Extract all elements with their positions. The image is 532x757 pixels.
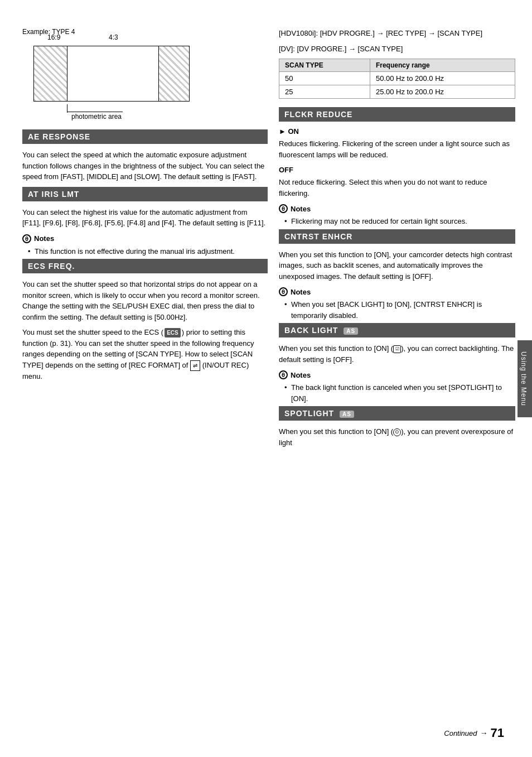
- back-light-note-1: The back light function is canceled when…: [284, 382, 515, 404]
- spotlight-body: When you set this function to [ON] (⊙), …: [279, 426, 515, 448]
- back-light-section: BACK LIGHT AS When you set this function…: [279, 323, 515, 404]
- freq-table-cell-1-0: 25: [279, 85, 370, 99]
- ecs-freq-header: ECS FREQ.: [22, 259, 268, 273]
- back-light-as-badge: AS: [344, 327, 358, 335]
- freq-table-row-1: 25 25.00 Hz to 200.0 Hz: [279, 85, 515, 99]
- diagram: 16:9 4:3 photometric area: [28, 40, 201, 118]
- page-number: 71: [491, 726, 504, 740]
- sidebar-tab: Using the Menu: [518, 340, 532, 417]
- cntrst-enhcr-header: CNTRST ENHCR: [279, 229, 515, 244]
- on-subheader: ► ON: [279, 127, 515, 136]
- ae-response-body: You can select the speed at which the au…: [22, 150, 268, 182]
- right-column: [HDV1080i]: [HDV PROGRE.] → [REC TYPE] →…: [279, 28, 515, 729]
- dv-line: [DV]: [DV PROGRE.] → [SCAN TYPE]: [279, 44, 515, 55]
- spotlight-body-text: When you set this function to [ON] (: [279, 427, 393, 436]
- hdv-dv-section: [HDV1080i]: [HDV PROGRE.] → [REC TYPE] →…: [279, 28, 515, 99]
- back-light-header: BACK LIGHT AS: [279, 323, 515, 337]
- ecs-freq-body2-text: You must set the shutter speed to the EC…: [22, 328, 163, 336]
- freq-table: SCAN TYPE Frequency range 50 50.00 Hz to…: [279, 59, 515, 99]
- left-column: Example: TYPE 4 16:9 4:3 photometric are…: [22, 28, 268, 729]
- label-169: 16:9: [47, 33, 60, 41]
- freq-table-cell-0-1: 50.00 Hz to 200.0 Hz: [370, 72, 515, 85]
- freq-table-header-0: SCAN TYPE: [279, 59, 370, 72]
- note-icon-2: θ: [279, 204, 288, 213]
- note-icon-4: θ: [279, 370, 288, 379]
- hdv-line: [HDV1080i]: [HDV PROGRE.] → [REC TYPE] →…: [279, 28, 515, 39]
- freq-table-row-0: 50 50.00 Hz to 200.0 Hz: [279, 72, 515, 85]
- flckr-notes-list: Flickering may not be reduced for certai…: [284, 216, 515, 227]
- ecs-badge: ECS: [165, 328, 181, 337]
- cntrst-enhcr-body: When you set this function to [ON], your…: [279, 249, 515, 282]
- cntrst-notes-list: When you set [BACK LIGHT] to [ON], [CNTR…: [284, 299, 515, 321]
- at-iris-lmt-body: You can select the highest iris value fo…: [22, 207, 268, 229]
- at-iris-lmt-header: AT IRIS LMT: [22, 187, 268, 201]
- note-icon: θ: [22, 234, 31, 243]
- spotlight-icon: ⊙: [393, 428, 401, 436]
- label-43: 4:3: [109, 33, 118, 41]
- at-iris-notes-header: θ Notes: [22, 234, 268, 243]
- note-icon-3: θ: [279, 287, 288, 296]
- cntrst-enhcr-section: CNTRST ENHCR When you set this function …: [279, 229, 515, 321]
- back-light-label: BACK LIGHT: [284, 326, 338, 335]
- on-label: ► ON: [279, 127, 299, 136]
- continued-footer: Continued → 71: [444, 726, 504, 740]
- arrow-right-icon: →: [480, 729, 488, 737]
- flckr-reduce-header: FLCKR REDUCE: [279, 107, 515, 122]
- back-light-icon: ☑: [393, 345, 401, 353]
- back-light-notes-label: Notes: [291, 371, 311, 379]
- photometric-horiz: [67, 112, 123, 112]
- at-iris-lmt-section: AT IRIS LMT You can select the highest i…: [22, 187, 268, 257]
- inner-rect: [67, 46, 159, 102]
- back-light-body-text: When you set this function to [ON] (: [279, 344, 393, 353]
- freq-table-cell-1-1: 25.00 Hz to 200.0 Hz: [370, 85, 515, 99]
- ae-response-section: AE RESPONSE You can select the speed at …: [22, 129, 268, 182]
- off-label: OFF: [279, 166, 293, 174]
- back-light-body: When you set this function to [ON] (☑), …: [279, 343, 515, 365]
- back-light-notes-list: The back light function is canceled when…: [284, 382, 515, 404]
- notes-label: Notes: [34, 234, 54, 243]
- at-iris-note-1: This function is not effective during th…: [28, 246, 268, 257]
- flckr-off-body: Not reduce flickering. Select this when …: [279, 177, 515, 199]
- off-subheader: OFF: [279, 166, 515, 174]
- ecs-freq-section: ECS FREQ. You can set the shutter speed …: [22, 259, 268, 382]
- ecs-freq-body1: You can set the shutter speed so that ho…: [22, 279, 268, 322]
- spotlight-header: SPOTLIGHT AS: [279, 406, 515, 421]
- freq-table-cell-0-0: 50: [279, 72, 370, 85]
- freq-table-header-1: Frequency range: [370, 59, 515, 72]
- cntrst-note-1: When you set [BACK LIGHT] to [ON], [CNTR…: [284, 299, 515, 321]
- main-content: Example: TYPE 4 16:9 4:3 photometric are…: [0, 17, 532, 740]
- page: Example: TYPE 4 16:9 4:3 photometric are…: [0, 0, 532, 757]
- in-out-icon: ⇌: [190, 360, 200, 371]
- back-light-notes-header: θ Notes: [279, 370, 515, 379]
- continued-label: Continued: [444, 729, 477, 737]
- flckr-notes-header: θ Notes: [279, 204, 515, 213]
- flckr-note-1: Flickering may not be reduced for certai…: [284, 216, 515, 227]
- at-iris-notes-list: This function is not effective during th…: [28, 246, 268, 257]
- cntrst-notes-header: θ Notes: [279, 287, 515, 296]
- flckr-reduce-section: FLCKR REDUCE ► ON Reduces flickering. Fl…: [279, 107, 515, 227]
- ecs-freq-body2: You must set the shutter speed to the EC…: [22, 327, 268, 382]
- flckr-on-body: Reduces flickering. Flickering of the sc…: [279, 138, 515, 160]
- spotlight-as-badge: AS: [340, 411, 354, 418]
- photometric-label: photometric area: [71, 113, 122, 120]
- diagram-area: Example: TYPE 4 16:9 4:3 photometric are…: [22, 28, 268, 118]
- cntrst-notes-label: Notes: [291, 288, 311, 296]
- ae-response-header: AE RESPONSE: [22, 129, 268, 144]
- flckr-notes-label: Notes: [291, 205, 311, 213]
- spotlight-section: SPOTLIGHT AS When you set this function …: [279, 406, 515, 448]
- spotlight-label: SPOTLIGHT: [284, 409, 334, 418]
